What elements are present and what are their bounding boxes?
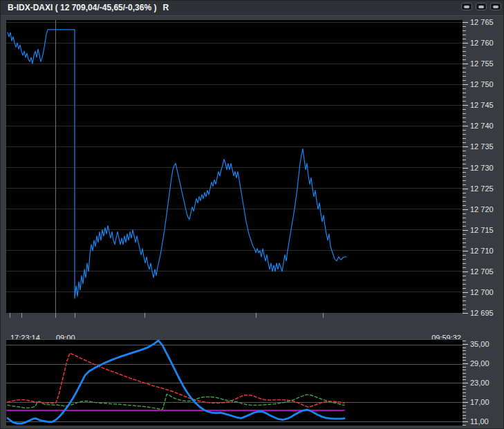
axis-tick (463, 213, 466, 214)
axis-tick (463, 389, 466, 390)
axis-tick (463, 97, 466, 97)
axis-tick (463, 376, 466, 377)
x-axis-tick (323, 313, 324, 318)
axis-tick (463, 296, 466, 297)
axis-tick (463, 205, 466, 206)
window-title: B-IDX-DAXI ( 12 709,04/-45,65/-0,36% )R (8, 1, 169, 15)
axis-tick (463, 122, 466, 122)
axis-tick (463, 64, 468, 64)
axis-tick (463, 418, 466, 419)
axis-tick (463, 386, 466, 387)
axis-tick (463, 39, 466, 39)
price-chart-plot[interactable] (6, 20, 463, 313)
y-axis-label: 12 695 (470, 309, 494, 317)
axis-tick (463, 134, 466, 135)
y-axis-label: 17,00 (470, 398, 489, 406)
y-axis-label: 12 700 (470, 288, 494, 296)
axis-tick (463, 357, 466, 358)
series-fast (8, 341, 344, 423)
title-bar[interactable]: B-IDX-DAXI ( 12 709,04/-45,65/-0,36% )R (1, 1, 503, 16)
axis-tick (463, 76, 466, 77)
axis-tick (463, 234, 466, 235)
axis-tick (463, 109, 466, 110)
axis-tick (463, 51, 466, 52)
axis-tick (463, 155, 466, 156)
axis-tick (463, 379, 466, 380)
window-button-3[interactable] (490, 3, 501, 10)
axis-tick (463, 284, 466, 285)
axis-tick (463, 415, 466, 416)
axis-tick (463, 421, 468, 422)
y-axis-label: 12 740 (470, 122, 494, 130)
axis-tick (463, 93, 466, 93)
axis-tick (463, 55, 466, 56)
axis-tick (463, 22, 468, 23)
y-axis-label: 12 760 (470, 39, 494, 47)
axis-tick (463, 193, 466, 193)
axis-tick (463, 402, 468, 403)
axis-tick (463, 399, 466, 399)
axis-tick (463, 105, 468, 106)
axis-tick (463, 347, 466, 348)
y-axis-label: 29,00 (470, 359, 489, 368)
axis-tick (463, 370, 466, 370)
axis-tick (463, 412, 466, 412)
axis-tick (463, 267, 466, 268)
minimize-bar-icon (478, 6, 484, 8)
axis-tick (463, 88, 466, 89)
axis-tick (463, 126, 468, 126)
axis-tick (463, 255, 466, 256)
axis-tick (463, 130, 466, 131)
axis-tick (463, 360, 466, 361)
axis-tick (463, 164, 466, 164)
axis-tick (463, 242, 466, 243)
axis-tick (463, 309, 466, 309)
y-axis-label: 12 735 (470, 142, 494, 151)
axis-tick (463, 350, 466, 351)
axis-tick (463, 138, 466, 139)
window-button-1[interactable] (461, 3, 472, 10)
axis-tick (463, 251, 468, 251)
axis-tick (463, 201, 466, 202)
price-y-axis[interactable]: 12 76512 76012 75512 75012 74512 74012 7… (463, 20, 504, 313)
axis-tick (463, 425, 466, 426)
y-axis-label: 23,00 (470, 379, 489, 387)
axis-tick (463, 184, 466, 185)
axis-tick (463, 43, 468, 44)
axis-tick (463, 84, 468, 85)
instrument-title: B-IDX-DAXI ( 12 709,04/-45,65/-0,36% ) (8, 3, 156, 12)
axis-tick (463, 117, 466, 118)
axis-tick (463, 146, 468, 147)
y-axis-label: 12 725 (470, 184, 494, 193)
indicator-y-axis[interactable]: 35,0029,0023,0017,0011,00 (463, 339, 504, 425)
y-axis-label: 12 720 (470, 205, 494, 213)
y-axis-label: 35,00 (470, 340, 489, 348)
axis-tick (463, 30, 466, 31)
axis-tick (463, 247, 466, 247)
axis-tick (463, 230, 468, 231)
axis-tick (463, 238, 466, 239)
y-axis-label: 12 730 (470, 164, 494, 172)
axis-tick (463, 383, 468, 383)
axis-tick (463, 68, 466, 68)
axis-tick (463, 354, 466, 354)
axis-tick (463, 313, 468, 314)
axis-tick (463, 305, 466, 305)
axis-tick (463, 142, 466, 143)
axis-tick (463, 80, 466, 81)
minimize-bar-icon (464, 6, 469, 8)
axis-tick (463, 72, 466, 73)
window-buttons (461, 3, 501, 10)
axis-tick (463, 209, 468, 210)
axis-tick (463, 280, 466, 280)
axis-tick (463, 271, 468, 272)
indicator-chart-plot[interactable] (6, 339, 463, 426)
window-button-2[interactable] (476, 3, 487, 10)
axis-tick (463, 226, 466, 227)
y-axis-label: 12 745 (470, 101, 494, 109)
axis-tick (463, 160, 466, 160)
axis-tick (463, 59, 466, 60)
y-axis-label: 12 705 (470, 267, 494, 276)
axis-tick (463, 301, 466, 301)
y-axis-label: 12 715 (470, 226, 494, 234)
